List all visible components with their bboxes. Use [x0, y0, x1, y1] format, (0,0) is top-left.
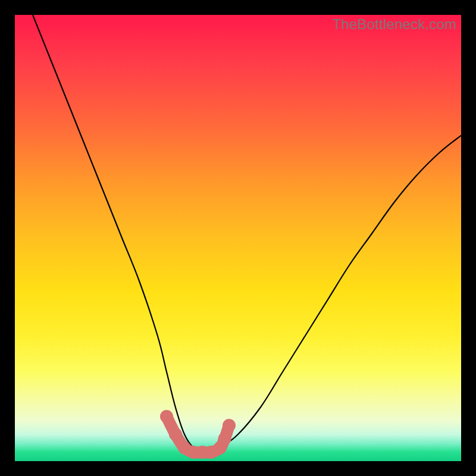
highlight-dot [218, 433, 231, 446]
highlight-dot [223, 419, 236, 432]
chart-plot-area: TheBottleneck.com [15, 15, 461, 461]
bottleneck-curve [33, 15, 461, 453]
bottleneck-chart [15, 15, 461, 461]
highlight-dot [160, 410, 173, 423]
highlight-dot [169, 428, 182, 441]
